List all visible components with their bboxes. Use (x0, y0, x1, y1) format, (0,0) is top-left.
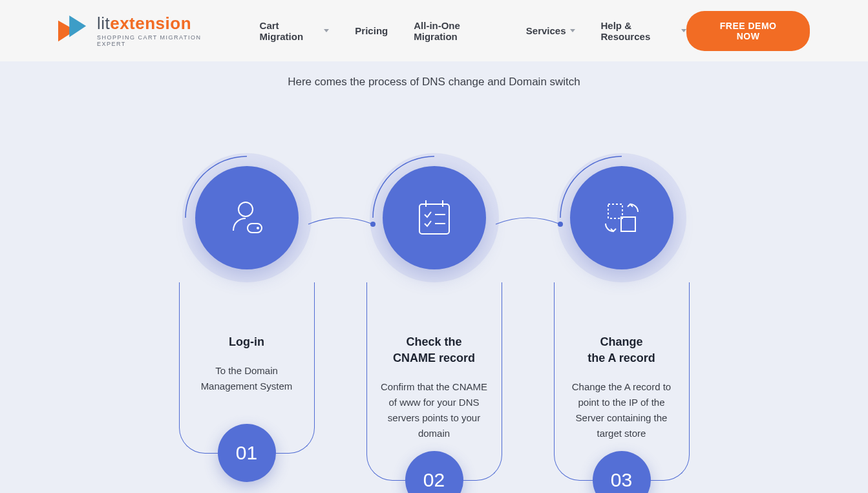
step-number: 03 (593, 451, 651, 493)
nav-pricing[interactable]: Pricing (355, 25, 388, 36)
step-card: Changethe A record Change the A record t… (554, 282, 690, 481)
svg-point-2 (238, 202, 253, 216)
swap-icon (570, 166, 673, 269)
step-title: Changethe A record (564, 334, 679, 366)
page-subtitle: Here comes the process of DNS change and… (0, 61, 868, 89)
main-nav: Cart Migration Pricing All-in-One Migrat… (260, 20, 687, 42)
step-title: Check theCNAME record (377, 334, 492, 366)
nav-cart-migration[interactable]: Cart Migration (260, 20, 330, 42)
step-desc: Confirm that the CNAME of www for your D… (377, 379, 492, 441)
logo-mark-icon (58, 15, 89, 47)
svg-rect-12 (608, 204, 622, 218)
svg-rect-13 (621, 217, 635, 231)
chevron-down-icon (570, 29, 575, 32)
svg-marker-1 (69, 16, 86, 37)
step-1: Log-in To the Domain Management System 0… (179, 153, 315, 481)
step-card: Log-in To the Domain Management System 0… (179, 282, 315, 454)
free-demo-button[interactable]: FREE DEMO NOW (686, 11, 810, 51)
checklist-icon (383, 166, 486, 269)
svg-rect-3 (248, 224, 262, 233)
nav-cart-migration-label: Cart Migration (260, 20, 321, 42)
step-card: Check theCNAME record Confirm that the C… (366, 282, 502, 481)
connector-line (308, 218, 373, 231)
nav-all-in-one[interactable]: All-in-One Migration (414, 20, 500, 42)
step-desc: Change the A record to point to the IP o… (564, 379, 679, 441)
chevron-down-icon (324, 29, 329, 32)
step-3: Changethe A record Change the A record t… (554, 153, 690, 481)
svg-point-4 (257, 227, 259, 229)
login-icon (195, 166, 299, 269)
nav-services-label: Services (526, 25, 566, 36)
connector-line (496, 218, 560, 231)
brand-tagline: SHOPPING CART MIGRATION EXPERT (97, 34, 228, 47)
logo-text: litextension SHOPPING CART MIGRATION EXP… (97, 15, 228, 47)
step-number: 01 (218, 424, 276, 482)
nav-help[interactable]: Help & Resources (601, 20, 687, 42)
step-number: 02 (405, 451, 463, 493)
step-title: Log-in (189, 334, 304, 350)
nav-services[interactable]: Services (526, 25, 575, 36)
nav-all-in-one-label: All-in-One Migration (414, 20, 500, 42)
chevron-down-icon (681, 29, 686, 32)
nav-pricing-label: Pricing (355, 25, 388, 36)
svg-rect-6 (419, 204, 449, 234)
logo[interactable]: litextension SHOPPING CART MIGRATION EXP… (58, 15, 228, 47)
step-2: Check theCNAME record Confirm that the C… (366, 153, 502, 481)
nav-help-label: Help & Resources (601, 20, 678, 42)
brand-ext: extension (110, 14, 191, 33)
header: litextension SHOPPING CART MIGRATION EXP… (0, 0, 868, 61)
step-desc: To the Domain Management System (189, 363, 304, 394)
steps-container: Log-in To the Domain Management System 0… (0, 153, 868, 493)
brand-lit: lit (97, 14, 110, 33)
